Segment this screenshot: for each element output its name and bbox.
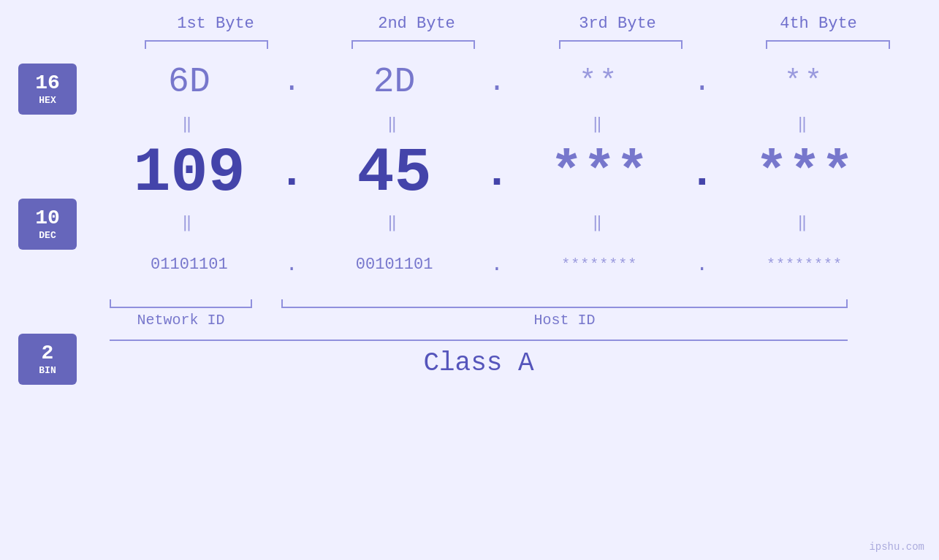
eq1-2: ‖ xyxy=(323,114,465,134)
hex-dot3: . xyxy=(688,66,717,99)
id-labels: Network ID Host ID xyxy=(95,312,939,329)
bracket-top-2 xyxy=(351,40,475,49)
hex-byte1: 6D xyxy=(168,62,210,101)
hex-byte2: 2D xyxy=(373,62,416,101)
dec-byte2-cell: 45 xyxy=(323,138,465,209)
bin-number: 2 xyxy=(42,342,54,365)
main-container: 1st Byte 2nd Byte 3rd Byte 4th Byte 16 H… xyxy=(0,0,939,560)
hex-row: 6D . 2D . ** . ** xyxy=(95,53,899,111)
top-brackets xyxy=(115,40,919,49)
dec-byte1-cell: 109 xyxy=(118,138,260,209)
dec-byte4: *** xyxy=(755,142,854,204)
dec-byte4-cell: *** xyxy=(733,142,875,204)
bin-dot3: . xyxy=(688,253,717,276)
watermark: ipshu.com xyxy=(869,541,924,553)
bin-byte2: 00101101 xyxy=(356,256,433,274)
left-badges: 16 HEX 10 DEC 2 BIN xyxy=(0,53,95,388)
eq1-3: ‖ xyxy=(528,114,671,134)
byte-headers: 1st Byte 2nd Byte 3rd Byte 4th Byte xyxy=(115,15,919,33)
eq1-4: ‖ xyxy=(733,114,875,134)
bracket-top-1 xyxy=(145,40,268,49)
bin-dot1: . xyxy=(277,253,306,276)
equals-row-1: ‖ ‖ ‖ ‖ xyxy=(95,111,899,137)
eq2-4: ‖ xyxy=(733,212,875,232)
network-id-label: Network ID xyxy=(110,312,252,329)
host-id-label: Host ID xyxy=(281,312,848,329)
class-label: Class A xyxy=(110,348,848,378)
hex-byte4-cell: ** xyxy=(733,66,875,99)
dec-dot3: . xyxy=(688,148,717,198)
bin-byte2-cell: 00101101 xyxy=(323,256,465,274)
bin-dot2: . xyxy=(482,253,512,276)
hex-byte4: ** xyxy=(784,66,825,99)
bin-label: BIN xyxy=(39,365,56,376)
bin-byte4: ******** xyxy=(767,256,843,273)
rows-area: 16 HEX 10 DEC 2 BIN xyxy=(0,53,939,388)
eq2-2: ‖ xyxy=(323,212,465,232)
class-section: Class A xyxy=(95,340,939,378)
bracket-top-4 xyxy=(766,40,889,49)
dec-dot2: . xyxy=(482,148,512,198)
dec-dot1: . xyxy=(277,148,306,198)
bin-byte1: 01101101 xyxy=(151,256,228,274)
dec-number: 10 xyxy=(35,207,60,230)
dec-byte3: *** xyxy=(550,142,649,204)
byte-header-4: 4th Byte xyxy=(734,15,902,33)
bin-byte4-cell: ******** xyxy=(733,256,875,273)
hex-number: 16 xyxy=(35,72,60,95)
bracket-bottom-1 xyxy=(110,299,252,308)
class-bracket-line xyxy=(110,340,848,341)
bottom-brackets-row xyxy=(95,299,939,308)
dec-label: DEC xyxy=(39,230,56,241)
data-columns: 6D . 2D . ** . ** xyxy=(95,53,939,388)
dec-byte2: 45 xyxy=(357,138,432,209)
bin-row: 01101101 . 00101101 . ******** . xyxy=(95,235,899,294)
byte-header-2: 2nd Byte xyxy=(332,15,501,33)
hex-badge: 16 HEX xyxy=(18,64,77,115)
eq2-3: ‖ xyxy=(528,212,671,232)
dec-row: 109 . 45 . *** . *** xyxy=(95,137,899,210)
byte-header-1: 1st Byte xyxy=(132,15,300,33)
hex-byte3: ** xyxy=(579,66,620,99)
dec-byte3-cell: *** xyxy=(528,142,671,204)
byte-header-3: 3rd Byte xyxy=(533,15,702,33)
hex-dot1: . xyxy=(277,66,306,99)
bracket-top-3 xyxy=(559,40,683,49)
eq2-1: ‖ xyxy=(118,212,260,232)
bin-byte1-cell: 01101101 xyxy=(118,256,260,274)
hex-dot2: . xyxy=(482,66,512,99)
dec-byte1: 109 xyxy=(133,138,245,209)
bin-byte3-cell: ******** xyxy=(528,256,671,273)
hex-byte3-cell: ** xyxy=(528,66,671,99)
dec-badge: 10 DEC xyxy=(18,199,77,250)
equals-row-2: ‖ ‖ ‖ ‖ xyxy=(95,210,899,235)
eq1-1: ‖ xyxy=(118,114,260,134)
hex-label: HEX xyxy=(39,95,56,106)
bracket-bottom-2 xyxy=(281,299,848,308)
hex-byte2-cell: 2D xyxy=(323,62,465,101)
bin-byte3: ******** xyxy=(561,256,637,273)
bin-badge: 2 BIN xyxy=(18,334,77,385)
hex-byte1-cell: 6D xyxy=(118,62,260,101)
